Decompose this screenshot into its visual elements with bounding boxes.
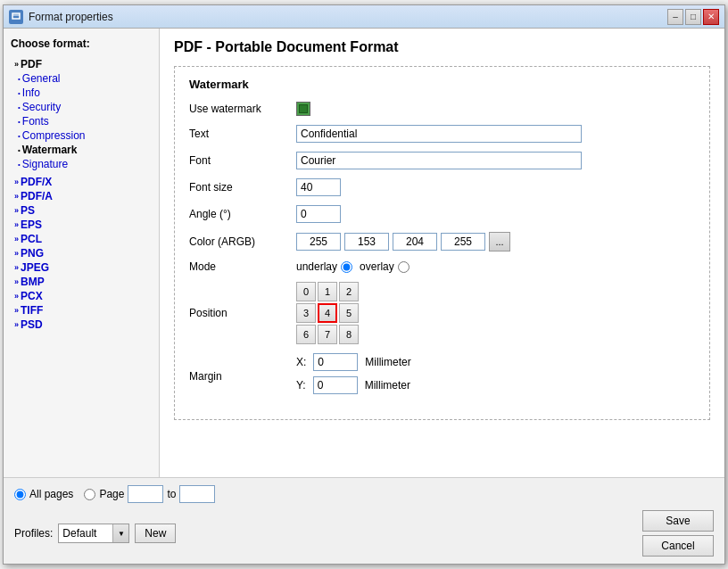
- sidebar-item-pcx[interactable]: » PCX: [11, 289, 152, 303]
- sidebar-item-fonts[interactable]: • Fonts: [18, 114, 152, 128]
- sidebar-item-eps[interactable]: » EPS: [11, 218, 152, 232]
- section-title: Watermark: [189, 78, 695, 91]
- page-radio[interactable]: [84, 489, 95, 500]
- font-control: [296, 152, 695, 169]
- bullet-icon: •: [18, 89, 21, 97]
- font-input[interactable]: [296, 152, 582, 169]
- position-grid: 0 1 2 3 4 5 6 7 8: [296, 282, 695, 344]
- page-title: PDF - Portable Document Format: [174, 39, 710, 55]
- pos-btn-1[interactable]: 1: [318, 282, 337, 301]
- margin-y-input[interactable]: [313, 376, 358, 394]
- sidebar-item-security[interactable]: • Security: [18, 100, 152, 114]
- bullet-icon: •: [18, 118, 21, 126]
- mode-label: Mode: [189, 260, 296, 273]
- sidebar-item-pcl[interactable]: » PCL: [11, 232, 152, 246]
- color-a-input[interactable]: [296, 233, 341, 251]
- mode-control: underlay overlay: [296, 260, 695, 273]
- color-r-input[interactable]: [344, 233, 389, 251]
- text-input[interactable]: [296, 125, 582, 143]
- page-to-input[interactable]: [179, 485, 215, 503]
- sidebar-item-signature[interactable]: • Signature: [18, 157, 152, 171]
- title-bar: Format properties – □ ✕: [4, 5, 724, 29]
- overlay-radio[interactable]: [398, 261, 410, 273]
- pos-btn-7[interactable]: 7: [318, 325, 337, 344]
- sidebar-item-ps[interactable]: » PS: [11, 203, 152, 218]
- sidebar-title: Choose format:: [11, 37, 152, 50]
- angle-row: Angle (°): [189, 205, 695, 223]
- svg-rect-0: [12, 13, 20, 19]
- sidebar-item-png[interactable]: » PNG: [11, 246, 152, 260]
- sidebar-item-watermark[interactable]: • Watermark: [18, 143, 152, 157]
- margin-y-row: Y: Millimeter: [296, 376, 695, 394]
- pos-btn-3[interactable]: 3: [296, 303, 316, 323]
- close-button[interactable]: ✕: [703, 9, 719, 25]
- overlay-label: overlay: [360, 260, 394, 273]
- cancel-button[interactable]: Cancel: [642, 535, 714, 557]
- main-window: Format properties – □ ✕ Choose format: »…: [3, 4, 725, 565]
- sidebar-item-pdf[interactable]: » PDF: [11, 57, 152, 71]
- sidebar-item-tiff[interactable]: » TIFF: [11, 303, 152, 317]
- text-control: [296, 125, 695, 143]
- margin-y-label: Y:: [296, 379, 306, 392]
- pdf-subitems: • General • Info • Security • Fonts: [11, 71, 152, 171]
- pos-btn-2[interactable]: 2: [339, 282, 359, 301]
- sidebar-item-bmp[interactable]: » BMP: [11, 275, 152, 289]
- png-chevron-icon: »: [14, 249, 19, 258]
- color-row: Color (ARGB) ...: [189, 232, 695, 252]
- pdfx-chevron-icon: »: [14, 177, 19, 186]
- sidebar: Choose format: » PDF • General • Info: [4, 29, 160, 477]
- font-size-input[interactable]: [296, 178, 341, 196]
- bottom-bar: All pages Page to Profiles: Default ▼ Ne…: [4, 477, 724, 564]
- pdf-chevron-icon: »: [14, 60, 19, 69]
- bullet-icon: •: [18, 161, 21, 169]
- window-title: Format properties: [29, 11, 113, 23]
- use-watermark-checkbox[interactable]: [296, 102, 310, 116]
- text-row: Text: [189, 125, 695, 143]
- sidebar-item-pdfx[interactable]: » PDF/X: [11, 175, 152, 189]
- bullet-icon: •: [18, 132, 21, 140]
- title-buttons: – □ ✕: [667, 9, 719, 25]
- pos-btn-6[interactable]: 6: [296, 325, 316, 344]
- margin-x-input[interactable]: [313, 353, 358, 371]
- margin-control: X: Millimeter Y: Millimeter: [296, 353, 695, 400]
- sidebar-item-psd[interactable]: » PSD: [11, 317, 152, 332]
- save-button[interactable]: Save: [642, 510, 714, 532]
- pos-btn-5[interactable]: 5: [339, 303, 359, 323]
- minimize-button[interactable]: –: [667, 9, 683, 25]
- sidebar-item-jpeg[interactable]: » JPEG: [11, 260, 152, 275]
- sidebar-item-general[interactable]: • General: [18, 71, 152, 86]
- ps-chevron-icon: »: [14, 206, 19, 215]
- margin-row: Margin X: Millimeter Y: Millimeter: [189, 353, 695, 400]
- new-profile-button[interactable]: New: [135, 524, 176, 543]
- color-b-input[interactable]: [441, 233, 485, 251]
- profile-select[interactable]: Default ▼: [58, 524, 129, 543]
- use-watermark-label: Use watermark: [189, 103, 296, 115]
- angle-input[interactable]: [296, 205, 341, 223]
- page-from-input[interactable]: [128, 485, 163, 503]
- maximize-button[interactable]: □: [685, 9, 701, 25]
- pos-btn-0[interactable]: 0: [296, 282, 316, 301]
- all-pages-label: All pages: [29, 488, 73, 500]
- profile-value: Default: [59, 527, 112, 540]
- use-watermark-row: Use watermark: [189, 102, 695, 116]
- bottom-top-row: All pages Page to: [14, 485, 714, 503]
- content-area: Choose format: » PDF • General • Info: [4, 29, 724, 477]
- position-row: Position 0 1 2 3 4 5 6 7 8: [189, 282, 695, 344]
- pdfa-chevron-icon: »: [14, 192, 19, 201]
- angle-label: Angle (°): [189, 208, 296, 220]
- pcl-chevron-icon: »: [14, 235, 19, 243]
- jpeg-chevron-icon: »: [14, 263, 19, 272]
- sidebar-item-compression[interactable]: • Compression: [18, 128, 152, 143]
- sidebar-item-info[interactable]: • Info: [18, 86, 152, 100]
- sidebar-item-pdfa[interactable]: » PDF/A: [11, 189, 152, 203]
- color-g-input[interactable]: [393, 233, 437, 251]
- pos-btn-8[interactable]: 8: [339, 325, 359, 344]
- color-picker-button[interactable]: ...: [489, 232, 510, 252]
- all-pages-radio[interactable]: [14, 489, 26, 500]
- all-pages-option: All pages: [14, 488, 73, 500]
- pos-btn-4[interactable]: 4: [318, 303, 337, 323]
- underlay-radio[interactable]: [341, 261, 352, 273]
- pcx-chevron-icon: »: [14, 292, 19, 301]
- text-label: Text: [189, 128, 296, 140]
- profile-dropdown-icon[interactable]: ▼: [112, 524, 128, 542]
